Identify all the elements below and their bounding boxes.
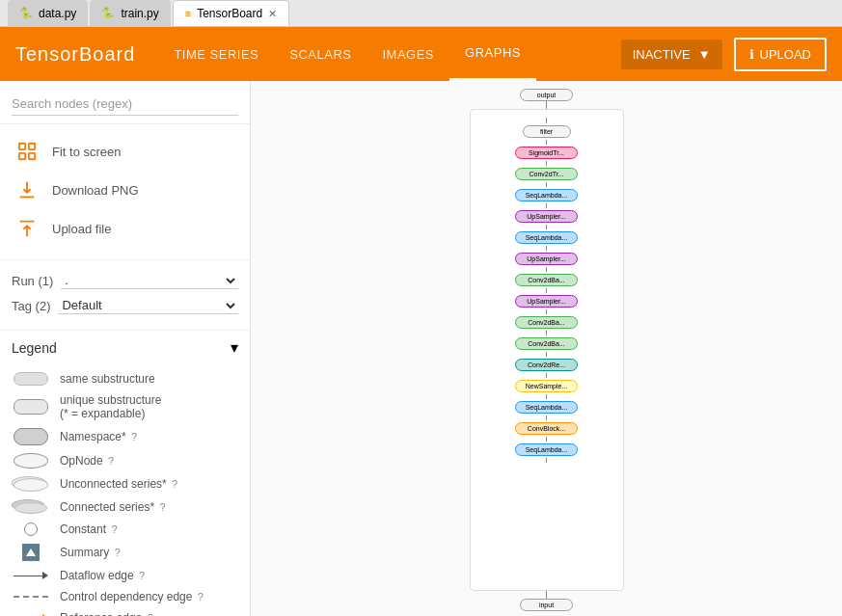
- node-newsample[interactable]: NewSample...: [515, 380, 578, 392]
- node-sigmoidtr[interactable]: SigmoidTr...: [515, 147, 578, 159]
- node-convblock[interactable]: ConvBlock...: [515, 422, 578, 435]
- node-conv2dba3[interactable]: Conv2dBa...: [515, 337, 578, 350]
- legend-shape-control: [12, 596, 50, 598]
- legend-label-unconnected: Unconnected series* ?: [60, 477, 238, 491]
- svg-rect-3: [29, 153, 35, 159]
- tag-row: Tag (2) Default: [12, 297, 238, 314]
- legend-label-connected: Connected series* ?: [60, 500, 238, 514]
- legend-item-dataflow: Dataflow edge ?: [12, 569, 238, 582]
- constant-help-icon[interactable]: ?: [111, 523, 117, 535]
- node-upsampler3[interactable]: UpSampler...: [515, 295, 578, 308]
- upload-file-label: Upload file: [52, 222, 111, 236]
- tag-label: Tag (2): [12, 299, 50, 313]
- download-png-button[interactable]: Download PNG: [0, 171, 250, 209]
- upload-button[interactable]: ℹ UPLOAD: [734, 38, 827, 71]
- fit-to-screen-button[interactable]: Fit to screen: [0, 132, 250, 171]
- connected-help-icon[interactable]: ?: [159, 501, 165, 513]
- download-png-label: Download PNG: [52, 183, 139, 198]
- tab-train-py[interactable]: 🐍 train.py: [90, 0, 170, 26]
- python-icon: 🐍: [19, 7, 33, 19]
- dataflow-help-icon[interactable]: ?: [139, 570, 145, 581]
- legend-label-control: Control dependency edge ?: [60, 590, 238, 603]
- legend-label-dataflow: Dataflow edge ?: [60, 569, 238, 582]
- node-seqlambda3[interactable]: SeqLambda...: [515, 401, 578, 414]
- tab-train-py-label: train.py: [121, 7, 158, 20]
- search-input[interactable]: [12, 93, 238, 116]
- tab-tensorboard[interactable]: ≡ TensorBoard ✕: [173, 0, 289, 26]
- node-conv2dba2[interactable]: Conv2dBa...: [515, 316, 578, 329]
- tab-data-py-label: data.py: [39, 7, 76, 20]
- legend-label-same: same substructure: [60, 372, 238, 386]
- node-conv2dre[interactable]: Conv2dRe...: [515, 359, 578, 371]
- nav-graphs[interactable]: GRAPHS: [449, 27, 536, 81]
- tab-data-py[interactable]: 🐍 data.py: [8, 0, 88, 26]
- nav-time-series[interactable]: TIME SERIES: [158, 27, 274, 81]
- legend-item-namespace: Namespace* ?: [12, 428, 238, 445]
- opnode-help-icon[interactable]: ?: [108, 455, 114, 467]
- node-upsampler1[interactable]: UpSampler...: [515, 210, 578, 223]
- legend-title: Legend: [12, 340, 57, 356]
- tag-select[interactable]: Default: [58, 297, 238, 314]
- fit-icon: [15, 140, 39, 163]
- run-row: Run (1) .: [12, 272, 238, 289]
- node-seqlambda2[interactable]: SeqLambda...: [515, 231, 578, 244]
- node-seqlambda1[interactable]: SeqLambda...: [515, 189, 578, 201]
- node-upsampler2[interactable]: UpSampler...: [515, 253, 578, 265]
- tensorboard-icon: ≡: [185, 8, 191, 19]
- legend-label-constant: Constant ?: [60, 522, 238, 536]
- legend-label-opnode: OpNode ?: [60, 454, 238, 468]
- navbar: TensorBoard TIME SERIES SCALARS IMAGES G…: [0, 27, 842, 81]
- inactive-label: INACTIVE: [633, 47, 691, 62]
- node-conv2dba1[interactable]: Conv2dBa...: [515, 274, 578, 286]
- legend-item-opnode: OpNode ?: [12, 453, 238, 469]
- download-icon: [15, 178, 39, 201]
- sidebar-actions: Fit to screen Download PNG Upload file: [0, 124, 250, 255]
- sidebar: Fit to screen Download PNG Upload file: [0, 81, 251, 616]
- node-output[interactable]: output: [520, 89, 573, 101]
- inactive-dropdown[interactable]: INACTIVE ▼: [621, 40, 722, 69]
- graph-canvas: output filter SigmoidTr... Conv2dTr... S…: [470, 89, 624, 611]
- upload-label: UPLOAD: [760, 47, 811, 62]
- upload-file-icon: [15, 217, 39, 240]
- node-input[interactable]: input: [520, 599, 573, 611]
- node-filter[interactable]: filter: [523, 125, 571, 138]
- legend-item-summary: Summary ?: [12, 544, 238, 561]
- legend-item-constant: Constant ?: [12, 522, 238, 536]
- svg-rect-2: [19, 153, 25, 159]
- legend-shape-unique: [12, 399, 50, 415]
- control-help-icon[interactable]: ?: [198, 591, 204, 603]
- node-conv2dtr[interactable]: Conv2dTr...: [515, 168, 578, 180]
- search-container: [0, 81, 250, 124]
- node-seqlambda4[interactable]: SeqLambda...: [515, 443, 578, 456]
- svg-rect-1: [29, 144, 35, 149]
- namespace-help-icon[interactable]: ?: [131, 431, 137, 442]
- summary-help-icon[interactable]: ?: [115, 547, 121, 558]
- tab-tensorboard-label: TensorBoard: [197, 7, 262, 20]
- run-tag-section: Run (1) . Tag (2) Default: [0, 264, 250, 330]
- unconnected-help-icon[interactable]: ?: [172, 478, 177, 490]
- legend-item-control: Control dependency edge ?: [12, 590, 238, 603]
- legend-item-same: same substructure: [12, 372, 238, 386]
- legend-label-namespace: Namespace* ?: [60, 430, 238, 443]
- tab-bar: 🐍 data.py 🐍 train.py ≡ TensorBoard ✕: [0, 0, 842, 27]
- nav-images[interactable]: IMAGES: [367, 27, 449, 81]
- close-icon[interactable]: ✕: [268, 8, 277, 20]
- legend-item-reference: Reference edge ?: [12, 611, 238, 616]
- reference-help-icon[interactable]: ?: [148, 612, 153, 616]
- chevron-down-icon: ▾: [231, 338, 238, 357]
- legend-shape-dataflow: [12, 572, 50, 579]
- legend-shape-unconnected: [12, 476, 50, 492]
- nav-scalars[interactable]: SCALARS: [274, 27, 367, 81]
- legend-toggle[interactable]: Legend ▾: [0, 330, 250, 364]
- legend-item-unconnected: Unconnected series* ?: [12, 476, 238, 492]
- legend-shape-connected: [12, 499, 50, 515]
- legend-shape-summary: [12, 544, 50, 561]
- brand-label: TensorBoard: [15, 43, 135, 66]
- upload-file-button[interactable]: Upload file: [0, 209, 250, 248]
- legend-label-unique: unique substructure(* = expandable): [60, 393, 238, 420]
- python-icon-2: 🐍: [101, 7, 115, 19]
- fit-to-screen-label: Fit to screen: [52, 145, 122, 159]
- legend-item-connected: Connected series* ?: [12, 499, 238, 515]
- run-select[interactable]: .: [61, 272, 238, 289]
- legend-shape-same: [12, 372, 50, 386]
